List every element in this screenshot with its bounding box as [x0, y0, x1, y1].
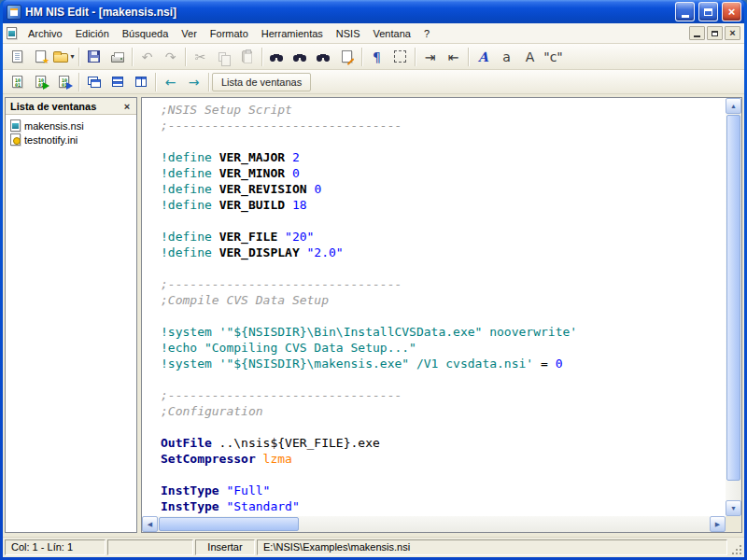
- window-list-item-makensis-nsi[interactable]: makensis.nsi: [7, 119, 134, 133]
- menu-edicion[interactable]: Edición: [69, 25, 116, 42]
- window-list-item-testnotify-ini[interactable]: testnotify.ini: [7, 133, 134, 147]
- cascade-windows-button[interactable]: [82, 72, 106, 92]
- goto-line-button[interactable]: [335, 47, 359, 67]
- find-next-icon: [293, 54, 307, 63]
- status-panel-3: E:\NSIS\Examples\makensis.nsi: [257, 539, 727, 555]
- replace-button[interactable]: [312, 47, 335, 67]
- undo-button[interactable]: ↶: [135, 47, 159, 67]
- compile-and-run-button[interactable]: [29, 72, 52, 92]
- code-line: [161, 260, 726, 276]
- status-panel-1: [107, 539, 193, 555]
- panel-close-button[interactable]: ×: [120, 101, 134, 112]
- tile-horizontal-icon: [112, 77, 123, 87]
- mdi-restore-button[interactable]: [707, 26, 723, 40]
- code-line: [161, 371, 726, 387]
- find-next-button[interactable]: [289, 47, 312, 67]
- scroll-right-button[interactable]: ▶: [710, 516, 726, 532]
- redo-button[interactable]: ↷: [159, 47, 182, 67]
- font-uppercase-button[interactable]: A: [518, 47, 542, 67]
- open-file-icon: [53, 53, 68, 63]
- cut-button[interactable]: ✂: [189, 47, 212, 67]
- outdent-button[interactable]: ⇤: [442, 47, 465, 67]
- code-line: ;--------------------------------: [161, 118, 726, 133]
- code-line: OutFile ..\nsis${VER_FILE}.exe: [161, 435, 726, 451]
- run-installer-button[interactable]: [52, 72, 76, 92]
- indent-icon: ⇥: [425, 50, 436, 63]
- open-file-dropdown-arrow[interactable]: ▾: [70, 52, 74, 61]
- menu-archivo[interactable]: Archivo: [21, 25, 69, 42]
- show-special-chars-button[interactable]: ¶: [365, 47, 388, 67]
- goto-line-icon: [342, 50, 352, 63]
- show-special-chars-icon: ¶: [373, 50, 381, 63]
- code-line: !define VER_DISPLAY "2.0": [161, 245, 726, 260]
- run-installer-icon: [59, 76, 69, 88]
- compile-script-button[interactable]: [6, 72, 29, 92]
- font-lowercase-button[interactable]: a: [495, 47, 518, 67]
- close-button[interactable]: ×: [722, 2, 741, 21]
- print-button[interactable]: [106, 47, 129, 67]
- copy-button[interactable]: [212, 47, 235, 67]
- maximize-button[interactable]: [698, 2, 718, 21]
- redo-icon: ↷: [165, 50, 176, 63]
- scroll-up-button[interactable]: ▲: [726, 98, 741, 114]
- code-line: !system '"${NSISDIR}\makensis.exe" /V1 c…: [161, 356, 726, 371]
- navigate-forward-button[interactable]: →: [182, 72, 205, 92]
- nsi-file-icon: [10, 119, 21, 132]
- menu-herramientas[interactable]: Herramientas: [255, 25, 330, 42]
- font-italic-button[interactable]: A: [472, 47, 495, 67]
- code-line: [161, 133, 726, 149]
- select-all-button[interactable]: [388, 47, 412, 67]
- menu-busqueda[interactable]: Búsqueda: [116, 25, 176, 42]
- open-file-button[interactable]: ▾: [52, 47, 76, 67]
- tile-horizontal-button[interactable]: [106, 72, 129, 92]
- new-script-wizard-button[interactable]: [29, 47, 52, 67]
- restore-icon: [712, 31, 718, 36]
- menu-help[interactable]: ?: [417, 25, 436, 42]
- window-list-item-label: makensis.nsi: [24, 120, 84, 132]
- mdi-minimize-button[interactable]: [689, 26, 705, 40]
- maximize-icon: [704, 8, 712, 16]
- resize-grip[interactable]: [727, 539, 742, 555]
- status-bar: Col: 1 - Lín: 1InsertarE:\NSIS\Examples\…: [3, 537, 744, 557]
- scroll-down-button[interactable]: ▼: [726, 500, 741, 516]
- vertical-scrollbar[interactable]: ▲ ▼: [726, 98, 741, 516]
- minimize-button[interactable]: [675, 2, 695, 21]
- vertical-scroll-thumb[interactable]: [726, 115, 740, 481]
- quote-char-button[interactable]: "c": [542, 47, 565, 67]
- tile-vertical-icon: [135, 77, 147, 87]
- code-editor[interactable]: ;NSIS Setup Script;---------------------…: [142, 98, 726, 516]
- save-file-icon: [88, 50, 100, 63]
- menu-ver[interactable]: Ver: [175, 25, 204, 42]
- horizontal-scroll-thumb[interactable]: [159, 517, 299, 531]
- window-list: makensis.nsitestnotify.ini: [6, 115, 136, 150]
- find-button[interactable]: [265, 47, 289, 67]
- scroll-left-button[interactable]: ◀: [142, 516, 158, 532]
- window-list-button[interactable]: Lista de ventanas: [212, 73, 311, 91]
- mdi-close-button[interactable]: ×: [725, 26, 740, 40]
- indent-button[interactable]: ⇥: [418, 47, 442, 67]
- paste-button[interactable]: [235, 47, 259, 67]
- menu-formato[interactable]: Formato: [204, 25, 255, 42]
- quote-char-icon: "c": [543, 50, 563, 63]
- close-icon: ×: [728, 6, 736, 18]
- toolbar-separator: [261, 48, 262, 66]
- menu-bar: ArchivoEdiciónBúsquedaVerFormatoHerramie…: [3, 23, 744, 44]
- main-toolbar: ▾↶↷✂¶⇥⇤AaA"c": [3, 44, 744, 70]
- outdent-icon: ⇤: [448, 50, 459, 63]
- menu-nsis[interactable]: NSIS: [330, 25, 367, 42]
- new-file-button[interactable]: [6, 47, 29, 67]
- window-list-label: Lista de ventanas: [221, 77, 302, 88]
- font-uppercase-icon: A: [526, 50, 535, 63]
- window-title: HM NIS Edit - [makensis.nsi]: [25, 6, 671, 19]
- title-bar[interactable]: HM NIS Edit - [makensis.nsi] ×: [3, 0, 744, 23]
- navigate-back-button[interactable]: ←: [159, 72, 182, 92]
- horizontal-scrollbar[interactable]: ◀ ▶: [142, 516, 726, 532]
- tile-vertical-button[interactable]: [129, 72, 152, 92]
- toolbar-separator: [78, 73, 79, 91]
- save-file-button[interactable]: [82, 47, 106, 67]
- cascade-windows-icon: [91, 79, 101, 88]
- find-icon: [270, 54, 284, 63]
- editor-area: ;NSIS Setup Script;---------------------…: [141, 97, 742, 533]
- menu-ventana[interactable]: Ventana: [367, 25, 417, 42]
- code-line: ;--------------------------------: [161, 387, 726, 403]
